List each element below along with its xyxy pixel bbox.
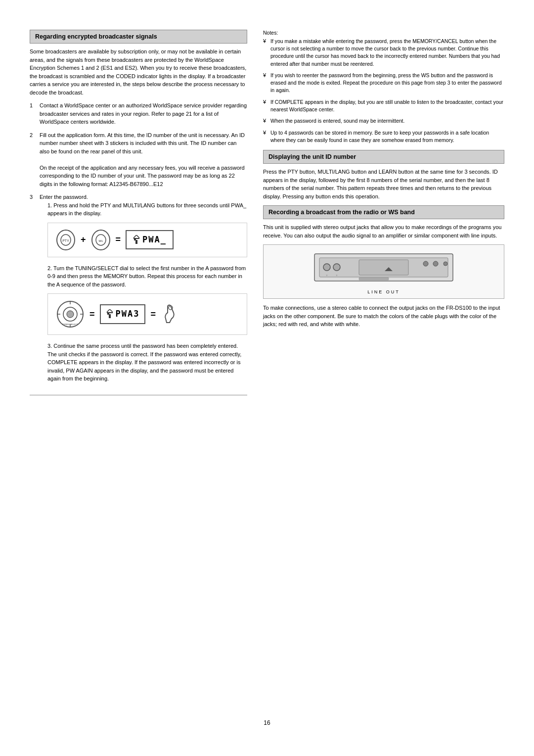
section1-header: Regarding encrypted broadcaster signals (30, 30, 247, 44)
diagram2: TUNING/SELECT = PWA3 (47, 293, 247, 335)
svg-point-27 (323, 264, 330, 271)
notes-section: Notes: ¥ If you make a mistake while ent… (263, 30, 504, 144)
section2-title: Displaying the unit ID number (268, 153, 356, 160)
note-item-1: ¥ If you make a mistake while entering t… (263, 38, 504, 68)
section3-header: Recording a broadcast from the radio or … (263, 205, 504, 219)
substep-2: 2. Turn the TUNING/SELECT dial to select… (47, 264, 247, 289)
diagram1: PTY + M/L = (47, 223, 247, 257)
note-item-5: ¥ Up to 4 passwords can be stored in mem… (263, 129, 504, 144)
section1-intro: Some broadcasters are available by subsc… (30, 47, 247, 96)
svg-line-9 (136, 235, 139, 238)
step1-num: 1 (30, 101, 37, 126)
equals-icon: = (116, 233, 121, 246)
substep-3: 3. Continue the same process until the p… (47, 342, 247, 383)
section3-text1: This unit is supplied with stereo output… (263, 223, 504, 239)
substep-1: 1. Press and hold the PTY and MULTI/LANG… (47, 201, 247, 218)
pty-button-icon: PTY (56, 229, 76, 251)
note5-bullet: ¥ (263, 129, 268, 144)
svg-point-13 (67, 311, 74, 318)
pwa-text-1: PWA_ (142, 234, 167, 246)
substep3-text: 3. Continue the same process until the p… (47, 343, 241, 381)
line-out-label: LINE OUT (367, 289, 400, 294)
svg-point-28 (333, 264, 340, 271)
section1-title: Regarding encrypted broadcaster signals (35, 33, 157, 40)
page-number: 16 (30, 719, 504, 726)
svg-text:TUNING/SELECT: TUNING/SELECT (62, 323, 79, 326)
pwa-display-1: PWA_ (126, 230, 174, 250)
svg-line-8 (134, 235, 136, 238)
note-item-3: ¥ If COMPLETE appears in the display, bu… (263, 98, 504, 113)
antenna-icon-2 (106, 309, 114, 319)
step3-content: Enter the password. 1. Press and hold th… (40, 193, 247, 386)
section2-text: Press the PTY button, MULTI/LANG button … (263, 168, 504, 200)
svg-rect-6 (135, 240, 137, 244)
note-item-4: ¥ When the password is entered, sound ma… (263, 117, 504, 125)
svg-rect-19 (109, 314, 111, 318)
step-2: 2 Fill out the application form. At this… (30, 131, 247, 189)
equals-icon-2: = (89, 308, 95, 321)
svg-point-30 (423, 261, 428, 266)
right-column: Notes: ¥ If you make a mistake while ent… (263, 30, 504, 714)
step-1: 1 Contact a WorldSpace center or an auth… (30, 101, 247, 126)
step3-label: Enter the password. (40, 194, 88, 200)
step2-num: 2 (30, 131, 37, 189)
divider (30, 395, 247, 395)
section3-title: Recording a broadcast from the radio or … (268, 209, 415, 216)
device-svg: ○ ○ (310, 249, 458, 288)
device-diagram: ○ ○ LINE OUT (263, 244, 504, 299)
svg-line-22 (110, 309, 113, 312)
multilang-button-icon: M/L (91, 229, 111, 251)
tuning-dial-icon: TUNING/SELECT (56, 300, 85, 329)
note2-bullet: ¥ (263, 72, 268, 94)
note1-bullet: ¥ (263, 38, 268, 68)
section2-header: Displaying the unit ID number (263, 150, 504, 164)
note3-bullet: ¥ (263, 98, 268, 113)
substep1-text: 1. Press and hold the PTY and MULTI/LANG… (47, 202, 246, 217)
plus-icon: + (81, 233, 86, 246)
notes-title: Notes: (263, 30, 504, 36)
svg-text:○: ○ (336, 274, 337, 277)
step2-content: Fill out the application form. At this t… (40, 131, 247, 189)
equals-icon-3: = (150, 308, 156, 321)
step-3: 3 Enter the password. 1. Press and hold … (30, 193, 247, 386)
pwa-display-2: PWA3 (100, 304, 146, 324)
note4-text: When the password is entered, sound may … (270, 117, 504, 125)
note-item-2: ¥ If you wish to reenter the password fr… (263, 72, 504, 94)
note5-text: Up to 4 passwords can be stored in memor… (270, 129, 504, 144)
svg-rect-7 (134, 238, 139, 239)
main-content: Regarding encrypted broadcaster signals … (30, 30, 504, 714)
note4-bullet: ¥ (263, 117, 268, 125)
svg-text:M/L: M/L (98, 239, 103, 242)
section3-text2: To make connections, use a stereo cable … (263, 304, 504, 329)
step2-text-part2: On the receipt of the application and an… (40, 165, 245, 187)
svg-rect-29 (359, 260, 408, 275)
note3-text: If COMPLETE appears in the display, but … (270, 98, 504, 113)
svg-rect-33 (359, 278, 389, 280)
step1-text: Contact a WorldSpace center or an author… (40, 101, 247, 126)
substep2-text: 2. Turn the TUNING/SELECT dial to select… (47, 265, 246, 287)
step2-text-part1: Fill out the application form. At this t… (40, 132, 245, 154)
finger-icon (161, 304, 178, 325)
svg-rect-10 (134, 239, 136, 240)
pwa-text-2: PWA3 (116, 308, 140, 321)
svg-line-21 (107, 309, 110, 312)
note2-text: If you wish to reenter the password from… (270, 72, 504, 94)
svg-rect-23 (107, 313, 109, 315)
step3-num: 3 (30, 193, 37, 386)
svg-point-32 (444, 262, 447, 266)
note1-text: If you make a mistake while entering the… (270, 38, 504, 68)
svg-point-31 (433, 261, 438, 266)
svg-rect-20 (107, 312, 113, 313)
svg-text:○: ○ (326, 274, 327, 277)
page: Regarding encrypted broadcaster signals … (0, 0, 534, 756)
left-column: Regarding encrypted broadcaster signals … (30, 30, 247, 714)
antenna-icon-1 (133, 235, 140, 245)
svg-text:PTY: PTY (62, 239, 69, 242)
